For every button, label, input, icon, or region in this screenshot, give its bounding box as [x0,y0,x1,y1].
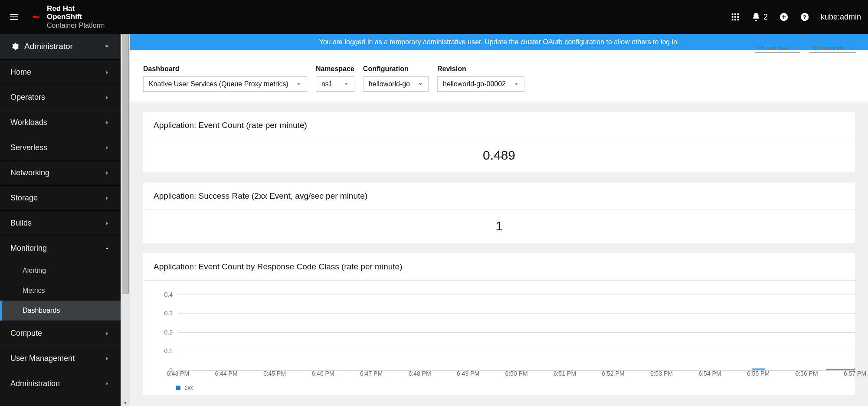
nav-item-monitoring[interactable]: Monitoring [0,236,121,261]
subnav-label: Metrics [23,287,45,294]
time-range-select[interactable]: 15 minutes [755,43,800,53]
namespace-value: ns1 [321,80,333,88]
chevron-down-icon [104,246,110,252]
legend-swatch [176,386,180,390]
nav-item-storage[interactable]: Storage [0,185,121,210]
y-tick: 0.4 [152,291,173,298]
nav-item-administration[interactable]: Administration [0,371,121,396]
x-tick: 6:54 PM [698,370,721,377]
caret-down-icon [296,82,301,87]
brand-text: Red Hat OpenShift Container Platform [47,4,105,30]
card-title: Application: Event Count by Response Cod… [143,253,855,280]
banner-post: to allow others to log in. [604,38,679,46]
x-tick: 6:48 PM [408,370,431,377]
nav-item-user-management[interactable]: User Management [0,346,121,371]
card-event-by-code: Application: Event Count by Response Cod… [143,253,855,395]
chart-legend: 2xx [152,385,855,391]
hamburger-menu[interactable] [7,10,21,24]
banner-link[interactable]: cluster OAuth configuration [521,38,604,46]
dashboard-select[interactable]: Knative User Services (Queue Proxy metri… [143,76,307,92]
subnav-label: Alerting [23,267,46,274]
nav-label: Builds [10,219,32,228]
chevron-right-icon [104,120,110,126]
revision-select[interactable]: helloworld-go-00002 [437,76,524,92]
app-launcher-button[interactable] [730,12,740,22]
svg-rect-5 [737,16,739,18]
configuration-select[interactable]: helloworld-go [363,76,429,92]
chevron-down-icon [103,43,110,50]
import-button[interactable] [779,12,789,22]
user-menu[interactable]: kube:admin [821,13,861,22]
x-tick: 6:44 PM [215,370,237,377]
x-tick: 6:56 PM [795,370,818,377]
help-button[interactable]: ? [800,12,809,22]
nav-label: Workloads [10,118,47,127]
subnav-item-metrics[interactable]: Metrics [0,281,121,301]
nav-item-serverless[interactable]: Serverless [0,135,121,160]
nav-item-workloads[interactable]: Workloads [0,110,121,135]
success-rate-value: 1 [154,216,845,237]
x-tick: 6:57 PM [844,370,866,377]
namespace-label: Namespace [316,65,354,73]
svg-rect-7 [734,19,736,21]
x-tick: 6:55 PM [747,370,770,377]
chevron-right-icon [104,170,110,176]
question-circle-icon: ? [800,12,809,22]
chevron-right-icon [104,145,110,151]
card-success-rate: Application: Success Rate (2xx Event, av… [143,183,855,243]
subnav-label: Dashboards [23,307,60,314]
nav-item-operators[interactable]: Operators [0,85,121,110]
bell-icon [751,12,761,22]
nav-label: Compute [10,329,42,338]
legend-label: 2xx [185,385,193,391]
dashboard-value: Knative User Services (Queue Proxy metri… [149,80,288,88]
card-event-count: Application: Event Count (rate per minut… [143,112,855,172]
configuration-label: Configuration [363,65,429,73]
caret-down-icon [344,82,349,87]
svg-rect-2 [737,13,739,15]
notifications-button[interactable]: 2 [751,12,768,22]
dashboard-label: Dashboard [143,65,307,73]
nav-label: Networking [10,168,49,177]
nav-label: Monitoring [10,244,47,253]
nav-item-networking[interactable]: Networking [0,160,121,185]
line-chart: 00.10.20.30.4 6:43 PM6:44 PM6:45 PM6:46 … [152,285,855,385]
chevron-right-icon [104,381,110,387]
nav-label: User Management [10,354,75,363]
sidebar-scrollbar[interactable]: ▲ ▼ [121,34,130,406]
svg-rect-4 [734,16,736,18]
nav-item-home[interactable]: Home [0,59,121,85]
namespace-select[interactable]: ns1 [316,76,354,92]
revision-value: helloworld-go-00002 [443,80,506,88]
caret-down-icon [514,82,519,87]
svg-rect-0 [732,13,734,15]
banner-pre: You are logged in as a temporary adminis… [319,38,521,46]
perspective-switcher[interactable]: Administrator [0,34,121,59]
x-tick: 6:43 PM [167,370,189,377]
refresh-value: 15 seconds [811,44,845,52]
y-tick: 0.3 [152,310,173,317]
x-tick: 6:47 PM [360,370,383,377]
caret-down-icon [418,82,423,87]
revision-label: Revision [437,65,524,73]
scroll-thumb[interactable] [122,34,129,294]
card-title: Application: Event Count (rate per minut… [143,112,855,139]
svg-rect-6 [732,19,734,21]
refresh-interval-select[interactable]: 15 seconds [809,43,856,53]
nav-item-builds[interactable]: Builds [0,210,121,236]
chart-grid [178,285,855,370]
brand-line2: OpenShift [47,13,82,21]
brand-line3: Container Platform [47,22,105,29]
x-tick: 6:52 PM [602,370,624,377]
brand-line1: Red Hat [47,4,75,13]
chart-line-svg [178,285,855,370]
nav-label: Storage [10,193,38,203]
notifications-count: 2 [763,13,768,22]
nav-item-compute[interactable]: Compute [0,321,121,346]
x-tick: 6:46 PM [311,370,334,377]
svg-text:?: ? [803,14,806,20]
y-tick: 0.2 [152,329,173,336]
subnav-item-dashboards[interactable]: Dashboards [0,301,121,321]
subnav-item-alerting[interactable]: Alerting [0,261,121,281]
nav-label: Home [10,68,31,77]
